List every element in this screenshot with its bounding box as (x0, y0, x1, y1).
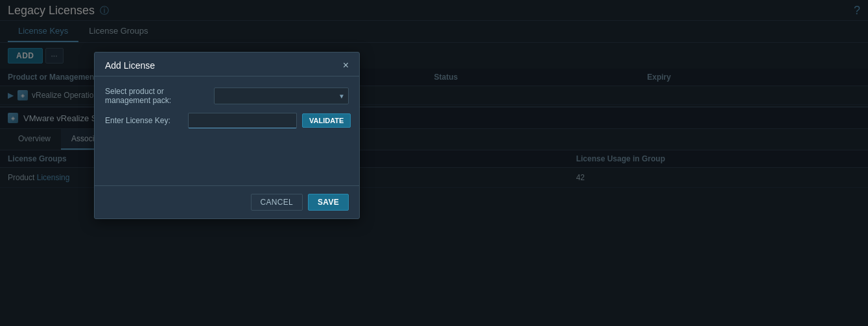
select-wrapper: ▼ (214, 87, 349, 104)
add-license-modal: Add License × Select product or manageme… (94, 52, 360, 219)
modal-close-button[interactable]: × (343, 60, 349, 71)
license-key-row: Enter License Key: VALIDATE (105, 113, 349, 128)
modal-body: Select product or management pack: ▼ Ent… (95, 76, 359, 146)
product-select[interactable] (214, 87, 349, 104)
cancel-button[interactable]: CANCEL (251, 194, 303, 211)
license-key-label: Enter License Key: (105, 116, 183, 125)
modal-title: Add License (105, 60, 155, 71)
validate-button[interactable]: VALIDATE (302, 113, 351, 128)
select-product-row: Select product or management pack: ▼ (105, 87, 349, 105)
license-key-input[interactable] (188, 113, 297, 128)
save-button[interactable]: SAVE (308, 194, 349, 211)
select-product-label: Select product or management pack: (105, 87, 209, 105)
modal-footer: CANCEL SAVE (95, 185, 359, 218)
modal-header: Add License × (95, 52, 359, 76)
